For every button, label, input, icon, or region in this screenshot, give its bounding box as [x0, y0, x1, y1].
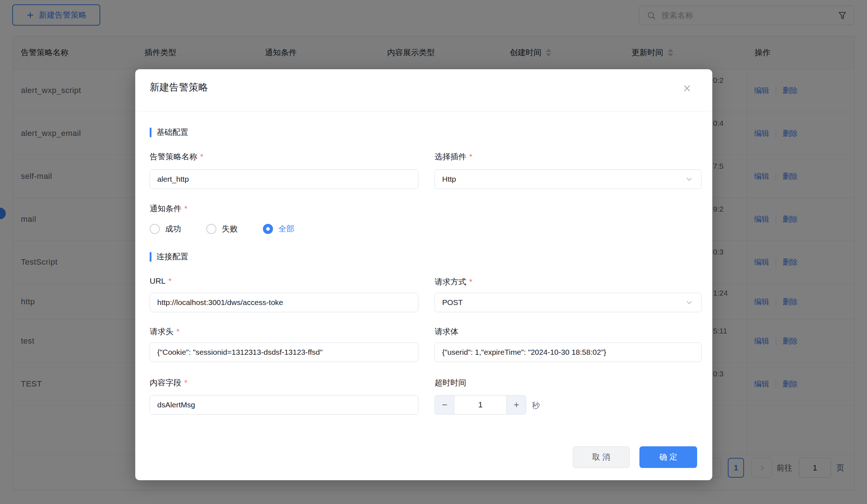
chevron-down-icon — [685, 298, 694, 307]
radio-circle — [150, 224, 160, 234]
dialog-title: 新建告警策略 — [150, 81, 208, 94]
required-asterisk: * — [200, 152, 203, 161]
timeout-stepper: 1 — [435, 395, 526, 415]
radio-circle-checked — [263, 224, 273, 234]
radio-failure[interactable]: 失败 — [206, 224, 238, 234]
cancel-button[interactable]: 取 消 — [573, 446, 630, 468]
plugin-label: 选择插件* — [435, 151, 472, 162]
header-divider — [135, 111, 712, 111]
minus-icon — [441, 401, 449, 409]
radio-circle — [206, 224, 216, 234]
request-body-input[interactable]: {"userid": 1,"expireTime": "2024-10-30 1… — [435, 342, 701, 362]
section-basic-config: 基础配置 — [150, 127, 188, 138]
page: 新建告警策略 搜索名称 告警策略名称 插件类型 通知条件 内容展示类型 创建时间… — [0, 0, 867, 504]
request-header-input[interactable]: {"Cookie": "sessionid=1312313-dsdsf-1312… — [150, 342, 418, 362]
required-asterisk: * — [469, 277, 472, 286]
radio-all[interactable]: 全部 — [263, 224, 294, 234]
required-asterisk: * — [184, 378, 188, 387]
policy-name-input[interactable]: alert_http — [150, 169, 418, 189]
timeout-label: 超时时间 — [435, 377, 466, 388]
url-input[interactable]: http://localhost:3001/dws/access-toke — [150, 293, 418, 312]
section-connection-config: 连接配置 — [150, 251, 188, 262]
required-asterisk: * — [184, 204, 188, 213]
required-asterisk: * — [168, 277, 172, 286]
required-asterisk: * — [469, 152, 472, 161]
dialog-footer: 取 消 确 定 — [573, 446, 697, 468]
policy-name-label: 告警策略名称* — [150, 151, 203, 162]
content-field-label: 内容字段* — [150, 377, 188, 388]
close-button[interactable] — [681, 82, 693, 94]
section-bar — [150, 252, 151, 262]
radio-success[interactable]: 成功 — [150, 224, 181, 234]
stepper-decrease-button[interactable] — [435, 395, 454, 414]
stepper-increase-button[interactable] — [506, 395, 526, 414]
timeout-unit-label: 秒 — [532, 400, 540, 411]
url-label: URL* — [150, 277, 172, 286]
section-bar — [150, 128, 151, 137]
request-body-label: 请求体 — [435, 326, 458, 337]
plus-icon — [512, 401, 520, 409]
create-policy-dialog: 新建告警策略 基础配置 告警策略名称* alert_http 选择插件* Htt… — [135, 69, 712, 480]
notify-condition-group: 成功 失败 全部 — [150, 224, 294, 234]
content-field-input[interactable]: dsAlertMsg — [150, 395, 418, 415]
notify-condition-label: 通知条件* — [150, 203, 188, 214]
request-header-label: 请求头* — [150, 326, 180, 337]
required-asterisk: * — [176, 327, 180, 336]
plugin-select[interactable]: Http — [435, 169, 701, 189]
method-label: 请求方式* — [435, 277, 472, 287]
close-icon — [682, 83, 692, 94]
chevron-down-icon — [685, 174, 694, 184]
timeout-value-input[interactable]: 1 — [454, 395, 506, 414]
method-select[interactable]: POST — [435, 293, 701, 312]
confirm-button[interactable]: 确 定 — [639, 446, 697, 468]
